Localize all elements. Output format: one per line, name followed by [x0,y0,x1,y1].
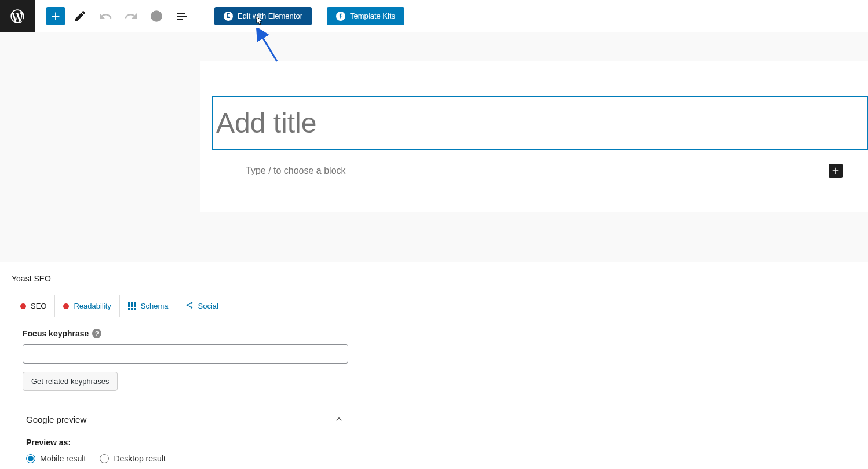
edit-with-elementor-button[interactable]: E Edit with Elementor [214,7,312,25]
status-dot-icon [20,303,26,309]
info-icon [149,9,163,23]
tab-schema[interactable]: Schema [120,295,177,317]
undo-icon [99,9,112,23]
tab-social[interactable]: Social [177,295,227,317]
wordpress-logo[interactable] [0,0,35,32]
preview-as-radio-group: Mobile result Desktop result [26,454,345,463]
details-button[interactable] [146,6,167,27]
redo-icon [124,9,138,23]
radio-mobile-label: Mobile result [40,454,86,463]
toggle-block-inserter-button[interactable] [46,7,65,25]
radio-desktop-label: Desktop result [114,454,165,463]
radio-desktop-input[interactable] [100,454,109,463]
preview-as-label: Preview as: [26,438,345,447]
post-title-input[interactable] [212,96,868,150]
outline-button[interactable] [172,6,192,27]
google-preview-toggle[interactable]: Google preview [26,413,345,425]
redo-button[interactable] [121,6,141,27]
undo-button[interactable] [95,6,116,27]
get-related-keyphrases-button[interactable]: Get related keyphrases [23,372,118,391]
add-block-button[interactable] [829,164,843,178]
tab-readability[interactable]: Readability [55,295,119,317]
elementor-icon: E [224,12,233,21]
elementor-button-label: Edit with Elementor [238,12,302,20]
radio-desktop-result[interactable]: Desktop result [100,454,165,463]
toolbar-left-group: E Edit with Elementor Template Kits [35,6,404,27]
yoast-tabs: SEO Readability Schema Social [12,295,856,317]
editor-area: Type / to choose a block [0,32,868,262]
share-icon [185,301,194,311]
list-view-icon [175,9,189,23]
tab-seo-label: SEO [31,302,46,310]
focus-keyphrase-label: Focus keyphrase ? [23,329,348,338]
template-kits-label: Template Kits [350,12,395,20]
focus-keyphrase-input[interactable] [23,344,348,364]
page-container: Type / to choose a block [200,61,868,212]
schema-grid-icon [128,302,136,310]
status-dot-icon [63,303,69,309]
tab-schema-label: Schema [141,302,169,310]
block-prompt-text[interactable]: Type / to choose a block [246,166,346,176]
template-kits-icon [336,12,345,21]
top-toolbar: E Edit with Elementor Template Kits [0,0,868,32]
tools-button[interactable] [70,6,90,27]
wordpress-icon [9,8,25,24]
tab-social-label: Social [198,302,218,310]
plus-icon [49,10,62,23]
yoast-section-title: Yoast SEO [12,274,856,283]
block-prompt-row: Type / to choose a block [212,164,868,178]
tab-content-seo: Focus keyphrase ? Get related keyphrases… [12,317,359,469]
yoast-panel: SEO Readability Schema Social Focus keyp… [12,295,856,469]
pencil-icon [73,9,87,23]
google-preview-section: Google preview Preview as: Mobile result… [12,405,359,463]
help-icon[interactable]: ? [92,329,101,338]
yoast-seo-section: Yoast SEO SEO Readability Schema Social … [0,262,868,469]
google-preview-title: Google preview [26,415,86,424]
tab-readability-label: Readability [74,302,111,310]
radio-mobile-input[interactable] [26,454,35,463]
chevron-up-icon [333,413,345,425]
radio-mobile-result[interactable]: Mobile result [26,454,86,463]
plus-icon [830,166,841,176]
template-kits-button[interactable]: Template Kits [327,7,404,25]
tab-seo[interactable]: SEO [12,295,55,317]
